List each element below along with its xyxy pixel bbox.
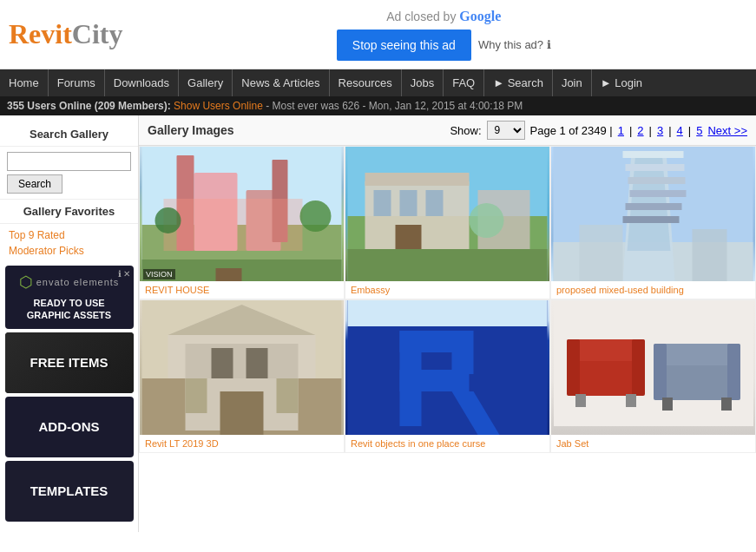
show-select[interactable]: 9 18 27 36 xyxy=(487,121,525,140)
envato-leaf-icon: ⬡ xyxy=(19,273,33,292)
gallery-label-2[interactable]: Embassy xyxy=(345,281,549,299)
svg-rect-21 xyxy=(348,249,548,281)
nav-faq[interactable]: FAQ xyxy=(444,69,483,96)
svg-rect-43 xyxy=(277,378,299,413)
svg-rect-58 xyxy=(626,394,636,407)
jab-svg xyxy=(554,299,753,426)
gallery-image-revitobj xyxy=(345,300,549,435)
svg-rect-14 xyxy=(365,173,470,186)
gallery-label-6[interactable]: Jab Set xyxy=(551,435,755,452)
page-2-link[interactable]: 2 xyxy=(637,124,643,137)
ad-info-icon[interactable]: ℹ xyxy=(118,269,122,279)
gallery-label-3[interactable]: proposed mixed-used building xyxy=(551,281,755,299)
next-page-link[interactable]: Next >> xyxy=(707,124,747,137)
svg-rect-28 xyxy=(628,177,686,184)
svg-rect-50 xyxy=(452,331,474,374)
free-items-label: FREE ITEMS xyxy=(30,355,108,370)
page-3-link[interactable]: 3 xyxy=(657,124,663,137)
status-suffix: - Most ever was 626 - Mon, Jan 12, 2015 … xyxy=(266,100,523,112)
gallery-label-4[interactable]: Revit LT 2019 3D xyxy=(140,435,344,452)
page-4-link[interactable]: 4 xyxy=(677,124,683,137)
gallery-title: Gallery Images xyxy=(148,123,234,137)
nav-join[interactable]: Join xyxy=(553,69,591,96)
search-input[interactable] xyxy=(7,152,131,171)
site-logo[interactable]: RevitCity xyxy=(9,18,123,50)
svg-rect-62 xyxy=(727,344,740,400)
nav-news[interactable]: News & Articles xyxy=(233,69,328,96)
ad-close-icons: ℹ ✕ xyxy=(118,269,130,279)
free-items-ad[interactable]: FREE ITEMS xyxy=(5,332,134,393)
svg-rect-44 xyxy=(186,378,207,413)
svg-rect-33 xyxy=(693,229,727,281)
gallery-item-5[interactable]: Revit objects in one place curse xyxy=(345,299,550,453)
main-nav: Home Forums Downloads Gallery News & Art… xyxy=(0,69,756,96)
svg-rect-42 xyxy=(220,391,264,435)
gallery-label-1[interactable]: REVIT HOUSE xyxy=(140,281,344,299)
gallery-image-jab xyxy=(551,300,755,435)
nav-home[interactable]: Home xyxy=(0,69,48,96)
header: RevitCity Ad closed by Google Stop seein… xyxy=(0,0,756,69)
svg-rect-64 xyxy=(721,398,732,411)
main-layout: Search Gallery Search Gallery Favorites … xyxy=(0,115,756,532)
svg-rect-10 xyxy=(216,268,242,281)
nav-list: Home Forums Downloads Gallery News & Art… xyxy=(0,69,756,96)
nav-downloads[interactable]: Downloads xyxy=(105,69,178,96)
svg-rect-39 xyxy=(212,348,233,378)
gallery-item-6[interactable]: Jab Set xyxy=(550,299,756,453)
svg-point-7 xyxy=(155,207,181,233)
svg-rect-40 xyxy=(247,348,268,378)
fav-top9[interactable]: Top 9 Rated xyxy=(9,227,129,243)
gallery-main: Gallery Images Show: 9 18 27 36 Page 1 o… xyxy=(139,115,756,532)
show-users-link[interactable]: Show Users Online xyxy=(174,100,263,112)
svg-rect-61 xyxy=(654,344,667,400)
addons-ad[interactable]: ADD-ONS xyxy=(5,397,134,457)
svg-point-8 xyxy=(300,200,332,232)
gallery-label-5[interactable]: Revit objects in one place curse xyxy=(345,435,549,452)
addons-label: ADD-ONS xyxy=(39,419,100,434)
search-button[interactable]: Search xyxy=(7,174,62,194)
svg-rect-32 xyxy=(580,225,623,281)
show-label: Show: xyxy=(450,124,481,137)
svg-rect-57 xyxy=(575,394,586,407)
nav-jobs[interactable]: Jobs xyxy=(402,69,443,96)
fav-moderator[interactable]: Moderator Picks xyxy=(9,243,129,259)
gallery-item-4[interactable]: Revit LT 2019 3D xyxy=(139,299,345,453)
svg-rect-55 xyxy=(567,339,580,396)
page-5-link[interactable]: 5 xyxy=(696,124,702,137)
gallery-image-house: VISION xyxy=(140,147,344,281)
online-count: 355 Users Online (209 Members): xyxy=(7,100,171,112)
gallery-header: Gallery Images Show: 9 18 27 36 Page 1 o… xyxy=(139,115,756,146)
nav-login[interactable]: ► Login xyxy=(592,69,651,96)
svg-rect-15 xyxy=(374,190,391,216)
gallery-item-2[interactable]: Embassy xyxy=(345,146,550,299)
nav-search[interactable]: ► Search xyxy=(484,69,552,96)
gallery-image-tower xyxy=(551,147,755,281)
why-ad-button[interactable]: Why this ad? ℹ xyxy=(478,38,551,51)
stop-ad-button[interactable]: Stop seeing this ad xyxy=(337,30,471,61)
search-form: Search xyxy=(0,147,138,199)
revitobj-svg xyxy=(345,300,549,435)
ad-buttons: Stop seeing this ad Why this ad? ℹ xyxy=(337,30,551,61)
envato-tagline: READY TO USEGRAPHIC ASSETS xyxy=(12,297,127,322)
templates-label: TEMPLATES xyxy=(30,483,108,498)
gallery-item-3[interactable]: proposed mixed-used building xyxy=(550,146,756,299)
tower-svg xyxy=(551,147,755,281)
envato-ad[interactable]: ℹ ✕ ⬡ envato elements READY TO USEGRAPHI… xyxy=(5,266,134,329)
templates-ad[interactable]: TEMPLATES xyxy=(5,461,134,522)
gallery-image-embassy xyxy=(345,147,549,281)
nav-forums[interactable]: Forums xyxy=(49,69,104,96)
search-gallery-title: Search Gallery xyxy=(0,122,138,147)
nav-resources[interactable]: Resources xyxy=(330,69,401,96)
svg-rect-30 xyxy=(626,203,682,210)
nav-gallery[interactable]: Gallery xyxy=(179,69,232,96)
svg-rect-26 xyxy=(623,151,684,158)
page-1-link[interactable]: 1 xyxy=(618,124,624,137)
house-svg xyxy=(140,147,344,281)
svg-rect-18 xyxy=(396,225,422,251)
gallery-item-1[interactable]: VISION REVIT HOUSE xyxy=(139,146,345,299)
ad-closed-text: Ad closed by Google xyxy=(386,9,501,24)
svg-rect-17 xyxy=(426,190,444,216)
ad-close-icon[interactable]: ✕ xyxy=(123,269,130,279)
svg-rect-31 xyxy=(623,216,680,223)
svg-rect-46 xyxy=(348,300,548,326)
